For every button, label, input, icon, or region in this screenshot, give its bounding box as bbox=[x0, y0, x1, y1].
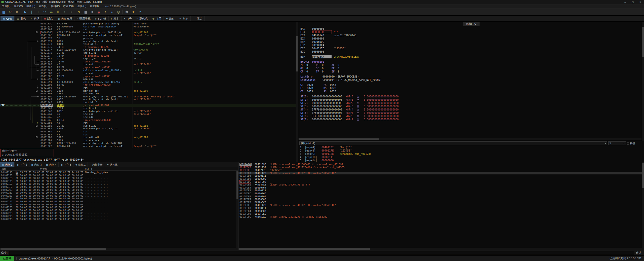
tab-script[interactable]: ƒ脚本 bbox=[109, 16, 122, 21]
menu-view[interactable]: 视图(V) bbox=[12, 4, 24, 8]
register-row[interactable]: EBP0019FDDC bbox=[298, 40, 644, 44]
disasm-row[interactable]: 004013A584DBtest bl,bl bbox=[0, 101, 296, 104]
function-fold-icon[interactable] bbox=[36, 136, 37, 138]
open-file-button[interactable]: ▤ bbox=[1, 9, 7, 15]
register-row[interactable]: EBX00000031'1' bbox=[298, 30, 644, 34]
dump-hscrollbar-thumb[interactable] bbox=[1, 248, 106, 250]
dump-pane[interactable]: ▦内存 1▦内存 2▦内存 3▦内存 4▦内存 5◉监视 1≡局部变量❖结构体 … bbox=[0, 162, 238, 250]
dump-row[interactable]: 004021B300 00 00 00 00 00 00 00 00 00 00… bbox=[0, 174, 236, 177]
disasm-row[interactable]: 004013B48806mov byte ptr ds:[esi],alesi:… bbox=[0, 127, 296, 130]
stack-row[interactable]: 0019FDCC0040217E"123456" bbox=[238, 169, 642, 172]
disasm-row[interactable]: 004013BA33C9xor ecx,ecx bbox=[0, 139, 296, 142]
register-row[interactable]: ES002BDS002B bbox=[298, 87, 644, 90]
registers-vscrollbar[interactable] bbox=[642, 22, 644, 141]
disasm-row[interactable]: 004013813C 5Acmp al,5A5A:'Z' bbox=[0, 57, 296, 60]
tab-handles[interactable]: ❖句柄 bbox=[177, 16, 191, 21]
register-row[interactable]: EDI00000000 bbox=[298, 50, 644, 53]
stack-row[interactable]: 0019FDE800000111 bbox=[238, 189, 642, 192]
tab-notes[interactable]: ✎笔记 bbox=[28, 16, 42, 21]
stack-row[interactable]: 0019FDDC0019FE08 bbox=[238, 180, 642, 183]
register-row[interactable]: ESI0040217E"123456" bbox=[298, 47, 644, 50]
tab-dump-5[interactable]: ▦内存 5 bbox=[59, 162, 73, 167]
disasm-row[interactable]: 00401377FE05 18214000inc byte ptr ds:[40… bbox=[0, 48, 296, 51]
tab-watch-1[interactable]: ◉监视 1 bbox=[73, 162, 88, 167]
dump-row[interactable]: 004021F300 00 00 00 00 00 00 00 00 00 00… bbox=[0, 185, 236, 189]
disasm-row[interactable]: 00401364C3ret bbox=[0, 28, 296, 31]
disasm-row[interactable]: 0040139B33FFxor edi,edi bbox=[0, 92, 296, 95]
function-fold-icon[interactable] bbox=[36, 125, 37, 127]
dump-vscrollbar-thumb[interactable] bbox=[236, 171, 238, 199]
menu-help[interactable]: 帮助(H) bbox=[88, 4, 101, 8]
stack-row[interactable]: 0019FDF8DCBAABCD bbox=[238, 201, 642, 204]
trace-into-button[interactable]: ⇊ bbox=[48, 9, 55, 15]
disasm-row[interactable]: 004013BC8A0D 18214000mov cl,byte ptr ds:… bbox=[0, 142, 296, 145]
register-row[interactable]: ST(5)3FFE8000000000000000x87r5空0.5000000… bbox=[298, 111, 644, 115]
register-row[interactable]: LastStatusC0000034 (STATUS_OBJECT_NAME_N… bbox=[298, 78, 644, 82]
dump-row[interactable]: 0040220300 00 00 00 00 00 00 00 00 00 00… bbox=[0, 189, 236, 192]
disasm-row[interactable]: 004013AD46inc esiesi:"123456" bbox=[0, 113, 296, 116]
tab-dump-3[interactable]: ▦内存 3 bbox=[29, 162, 44, 167]
registers-hscrollbar-thumb[interactable] bbox=[299, 138, 379, 140]
unlock-checkbox-group[interactable]: 解锁 bbox=[627, 142, 643, 145]
dump-row[interactable]: 004021D300 00 00 00 00 00 00 00 00 00 00… bbox=[0, 180, 236, 183]
stack-row[interactable]: 0019FDE074D647AB返回到 user32.74D647AB 自 ??… bbox=[238, 183, 642, 186]
disasm-row[interactable]: 00401386EB E9jmp crackme2.401371 bbox=[0, 66, 296, 69]
title-bar[interactable]: CRACKME2.EXE - PID: 7464 - 模块: crackme2.… bbox=[0, 0, 644, 4]
dump-row[interactable]: 0040227300 00 00 00 00 00 00 00 00 00 00… bbox=[0, 209, 236, 212]
breakpoints-button[interactable]: ◉ bbox=[96, 9, 102, 15]
function-fold-icon[interactable] bbox=[36, 31, 37, 33]
tab-cpu[interactable]: ▣CPU bbox=[1, 16, 15, 21]
command-input[interactable] bbox=[9, 251, 634, 255]
disasm-row[interactable]: 0040137574 19je crackme2.401390 bbox=[0, 46, 296, 49]
register-row[interactable]: OF0SF0DF0 bbox=[298, 67, 644, 70]
dump-row[interactable]: 0040222300 00 00 00 00 00 00 00 00 00 00… bbox=[0, 194, 236, 197]
disasm-row[interactable]: 00401396EB 00jmp crackme2.401398 bbox=[0, 83, 296, 86]
register-row[interactable]: ST(4)3FFF8000000000000000x87r4空1.0000000… bbox=[298, 108, 644, 111]
stack-row[interactable]: 0019FDD400000111 bbox=[238, 174, 642, 177]
stack-pane[interactable]: 0019FDC400401396返回到 crackme2.sub_401365+… bbox=[238, 162, 644, 250]
disasm-scrollbar[interactable] bbox=[296, 22, 298, 162]
disasm-row[interactable]: 004013A38A1Emov bl,byte ptr ds:[esi]esi:… bbox=[0, 98, 296, 101]
tab-struct[interactable]: ❖结构体 bbox=[105, 162, 120, 167]
disasm-row[interactable]: 00401365C605 18214000 00mov byte ptr ds:… bbox=[0, 31, 296, 34]
dump-row[interactable]: 0040224300 00 00 00 00 00 00 00 00 00 00… bbox=[0, 200, 236, 203]
disasm-row[interactable]: 0040137384C0test al,al判断输入的值是否为空? bbox=[0, 43, 296, 46]
trace-over-button[interactable]: ⇈ bbox=[55, 9, 61, 15]
disasm-row[interactable]: 004013AE47inc edi bbox=[0, 116, 296, 119]
disasm-row[interactable]: 0040139D8A8F A3214000mov cl,byte ptr ds:… bbox=[0, 95, 296, 98]
tab-memory-map[interactable]: ▦内存布局 bbox=[55, 16, 75, 21]
argument-row[interactable]: 3:[esp+C]00401128<crackme2.sub_401128> bbox=[298, 152, 644, 156]
calling-convention-select[interactable]: 默认 (stdcall) ▾ bbox=[299, 141, 607, 145]
disasm-row[interactable]: 004013718A06mov al,byte ptr ds:[esi] bbox=[0, 40, 296, 43]
dump-vscrollbar[interactable] bbox=[236, 171, 238, 250]
settings-button[interactable]: ✱ bbox=[124, 9, 130, 15]
registers-pane[interactable]: 隐藏FPU EAX00000000EBX00000031'1'ECX74D501… bbox=[298, 22, 644, 141]
register-row[interactable]: ESP0019FDC4 bbox=[298, 44, 644, 47]
minimize-button[interactable]: – bbox=[621, 0, 629, 4]
memory-map-button[interactable]: ▦ bbox=[83, 9, 89, 15]
stack-hscrollbar[interactable] bbox=[238, 248, 642, 250]
arg-count-spinner[interactable]: 5 ▲▼ bbox=[608, 141, 626, 145]
dump-row[interactable]: 0040223300 00 00 00 00 00 00 00 00 00 00… bbox=[0, 197, 236, 200]
register-row[interactable]: ZF0PF0AF0 bbox=[298, 63, 644, 67]
stack-row[interactable]: 0019FDC400401396返回到 crackme2.sub_401365+… bbox=[238, 163, 642, 166]
register-row[interactable]: LastError00000000 (ERROR_SUCCESS) bbox=[298, 75, 644, 78]
run-button[interactable]: ▶ bbox=[22, 9, 28, 15]
register-row[interactable]: CF0TF0IF1 bbox=[298, 70, 644, 73]
disasm-row[interactable]: 0040138D46inc esiesi:"123456" bbox=[0, 72, 296, 75]
stack-row[interactable]: 0019FE080019FEEC bbox=[238, 212, 642, 215]
dump-row[interactable]: 004021E300 00 00 00 00 00 00 00 00 00 00… bbox=[0, 182, 236, 185]
disasm-row[interactable]: 004013C28B7424 04mov esi,dword ptr ss:[e… bbox=[0, 145, 296, 148]
register-row[interactable]: CS0023SS002B bbox=[298, 90, 644, 93]
favourites-button[interactable]: ★ bbox=[130, 9, 137, 15]
stack-row[interactable]: 0019FDF000000000 bbox=[238, 195, 642, 198]
patch-button[interactable]: ✎ bbox=[76, 9, 83, 15]
tab-threads[interactable]: ≣线程 bbox=[164, 16, 177, 21]
menu-options[interactable]: 选项(O) bbox=[75, 4, 88, 8]
register-row[interactable]: ST(1)00000000000000000000x87r1空0.0000000… bbox=[298, 98, 644, 101]
dump-row[interactable]: 0040228300 00 00 00 00 00 00 00 00 00 00… bbox=[0, 212, 236, 215]
disasm-scrollbar-thumb[interactable] bbox=[296, 36, 298, 71]
close-button[interactable]: × bbox=[636, 0, 644, 4]
disasm-row[interactable]: 0040137F72 04jb crackme2.401385 bbox=[0, 54, 296, 57]
help-button[interactable]: ? bbox=[137, 9, 143, 15]
